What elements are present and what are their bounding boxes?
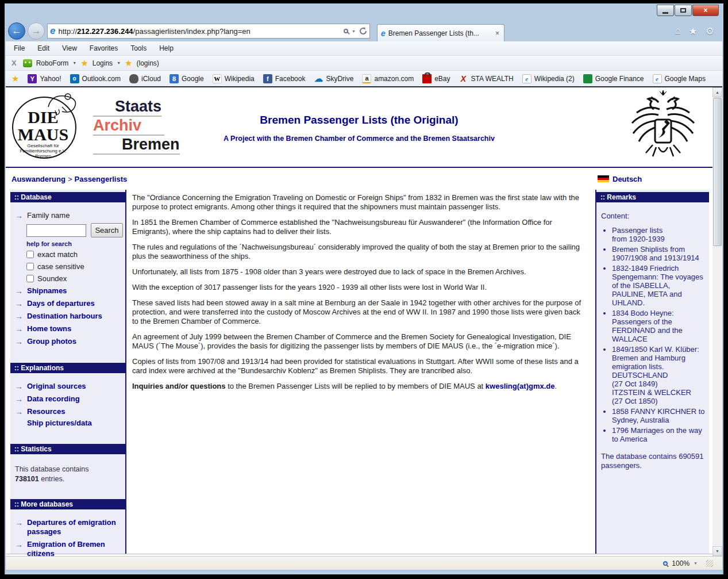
add-favorite-icon[interactable]: ★ bbox=[11, 74, 19, 84]
statistics-suffix: entries. bbox=[39, 475, 64, 483]
menu-favorites[interactable]: Favorites bbox=[90, 44, 118, 52]
help-for-search-link[interactable]: help for search bbox=[10, 239, 125, 248]
arrow-icon: → bbox=[15, 382, 23, 391]
refresh-icon[interactable] bbox=[359, 27, 367, 35]
amazon-icon: a bbox=[362, 74, 371, 83]
search-button[interactable]: Search bbox=[91, 223, 123, 237]
soundex-label: Soundex bbox=[37, 274, 67, 283]
sidebar-link-resources[interactable]: →Resources bbox=[10, 405, 125, 418]
paragraph: With the exception of 3017 passenger lis… bbox=[132, 283, 587, 292]
scroll-down-button[interactable]: ▼ bbox=[712, 546, 722, 556]
sidebar-link-label: Days of departures bbox=[27, 299, 95, 308]
scroll-up-button[interactable]: ▲ bbox=[712, 87, 722, 97]
tab-close-icon[interactable]: × bbox=[494, 29, 500, 37]
sidebar-link-days-of-departures[interactable]: →Days of departures bbox=[10, 297, 125, 310]
sidebar-link-original-sources[interactable]: →Original sources bbox=[10, 380, 125, 393]
remarks-item: 1834 Bodo Heyne: Passengers of the FERDI… bbox=[612, 309, 706, 343]
roboform-toolbar: X RoboForm ▼ ★ Logins ▼ ★ (logins) bbox=[6, 55, 722, 70]
arrow-icon: → bbox=[15, 299, 23, 308]
breadcrumb-passengerlists[interactable]: Passengerlists bbox=[75, 175, 128, 183]
favbar-item-icloud[interactable]: iCloud bbox=[129, 74, 161, 83]
minimize-icon bbox=[662, 12, 668, 14]
favbar-item-ebay[interactable]: eBay bbox=[422, 74, 450, 83]
sidebar-link-destination-harbours[interactable]: →Destination harbours bbox=[10, 310, 125, 323]
forward-button[interactable]: → bbox=[28, 22, 45, 40]
statistics-count: 738101 bbox=[15, 475, 39, 483]
gear-icon[interactable]: ⚙ bbox=[706, 25, 714, 37]
roboform-menu[interactable]: RoboForm bbox=[36, 59, 69, 67]
language-switch[interactable]: Deutsch bbox=[598, 175, 712, 183]
tab-bremen-passenger-lists[interactable]: e Bremen Passenger Lists (th... × bbox=[377, 24, 504, 41]
staatsarchiv-line3: Bremen bbox=[93, 136, 180, 155]
sidebar-link-data-recording[interactable]: →Data recording bbox=[10, 393, 125, 405]
menu-help[interactable]: Help bbox=[159, 44, 174, 52]
search-icon[interactable] bbox=[344, 29, 348, 33]
maximize-button[interactable] bbox=[675, 5, 692, 16]
die-maus-logo: DIE MAUS Gesellschaft für Familienforsch… bbox=[10, 90, 80, 164]
toolbar-close-icon[interactable]: X bbox=[11, 59, 17, 67]
tab-bar: e Bremen Passenger Lists (th... × bbox=[377, 21, 504, 41]
arrow-icon: → bbox=[15, 337, 23, 346]
zoom-dropdown-icon[interactable]: ▼ bbox=[694, 561, 698, 565]
menu-bar: File Edit View Favorites Tools Help bbox=[6, 41, 722, 55]
home-icon[interactable]: ⌂ bbox=[675, 25, 680, 37]
svg-text:Bremen: Bremen bbox=[35, 154, 51, 159]
favbar-item-google-finance[interactable]: Google Finance bbox=[583, 74, 644, 83]
arrow-icon: → bbox=[15, 407, 23, 416]
arrow-icon: → bbox=[15, 286, 23, 296]
sidebar-link-departures-of-emigration-passages[interactable]: →Departures of emigration passages bbox=[10, 516, 125, 538]
minimize-button[interactable] bbox=[657, 5, 674, 16]
logins-edit-menu[interactable]: (logins) bbox=[137, 59, 159, 67]
arrow-icon: → bbox=[15, 312, 23, 321]
favbar-item-facebook[interactable]: fFacebook bbox=[263, 74, 306, 83]
sidebar-link-ship-pictures-data[interactable]: Ship pictures/data bbox=[10, 418, 125, 429]
google-finance-icon bbox=[583, 74, 592, 83]
zoom-level[interactable]: 100% bbox=[672, 559, 690, 568]
breadcrumb-separator: > bbox=[68, 175, 72, 183]
section-header-statistics: :: Statistics bbox=[10, 444, 125, 454]
remarks-content-label: Content: bbox=[596, 209, 709, 226]
menu-view[interactable]: View bbox=[62, 44, 77, 52]
svg-text:Familienforschung e.V.: Familienforschung e.V. bbox=[20, 148, 66, 154]
title-bar[interactable]: × bbox=[6, 3, 722, 21]
vertical-scrollbar[interactable]: ▲ ▼ bbox=[712, 87, 722, 556]
address-bar[interactable]: e http://212.227.236.244/passagierlisten… bbox=[47, 24, 370, 39]
sidebar-link-shipnames[interactable]: →Shipnames bbox=[10, 285, 125, 297]
favbar-item-google-maps[interactable]: eGoogle Maps bbox=[653, 74, 706, 83]
remarks-item: Passenger lists from 1920-1939 bbox=[612, 226, 706, 243]
favbar-item-sta-wealth[interactable]: XSTA WEALTH bbox=[459, 74, 514, 83]
family-name-input[interactable] bbox=[26, 224, 86, 237]
menu-edit[interactable]: Edit bbox=[37, 44, 49, 52]
web-page: DIE MAUS Gesellschaft für Familienforsch… bbox=[6, 87, 712, 556]
roboform-dropdown-icon[interactable]: ▼ bbox=[72, 61, 76, 65]
logins-menu[interactable]: Logins bbox=[93, 59, 113, 67]
logins-dropdown-icon[interactable]: ▼ bbox=[117, 61, 121, 65]
menu-file[interactable]: File bbox=[14, 44, 25, 52]
favbar-item-wikipedia-2[interactable]: eWikipedia (2) bbox=[522, 74, 575, 83]
favbar-item-skydrive[interactable]: ☁SkyDrive bbox=[314, 74, 353, 83]
search-dropdown-icon[interactable]: ▼ bbox=[352, 29, 356, 33]
sidebar-link-group-photos[interactable]: →Group photos bbox=[10, 335, 125, 348]
back-button[interactable]: ← bbox=[8, 22, 25, 40]
favbar-item-google[interactable]: 8Google bbox=[170, 74, 204, 83]
favbar-item-outlook[interactable]: oOutlook.com bbox=[70, 74, 121, 83]
sidebar-link-home-towns[interactable]: →Home towns bbox=[10, 323, 125, 335]
menu-tools[interactable]: Tools bbox=[130, 44, 147, 52]
zoom-icon[interactable] bbox=[663, 561, 668, 566]
url-path: /passagierlisten/index.php?lang=en bbox=[133, 27, 251, 36]
favbar-item-wikipedia[interactable]: WWikipedia bbox=[213, 74, 255, 83]
favbar-item-amazon[interactable]: aamazon.com bbox=[362, 74, 414, 83]
exact-match-checkbox[interactable] bbox=[26, 251, 34, 258]
favorites-star-icon[interactable]: ★ bbox=[689, 25, 698, 37]
favbar-item-yahoo[interactable]: YYahoo! bbox=[28, 74, 61, 83]
case-sensitive-checkbox[interactable] bbox=[26, 263, 34, 270]
ie-icon: e bbox=[50, 25, 55, 37]
email-link[interactable]: kwesling(at)gmx.de bbox=[486, 382, 555, 390]
resize-grip[interactable] bbox=[706, 560, 713, 567]
soundex-checkbox[interactable] bbox=[26, 275, 34, 282]
scrollbar-thumb[interactable] bbox=[713, 98, 722, 246]
paragraph: In 1851 the Bremen Chamber of Commerce e… bbox=[132, 218, 587, 236]
breadcrumb-auswanderung[interactable]: Auswanderung bbox=[11, 175, 66, 183]
close-window-button[interactable]: × bbox=[692, 5, 719, 16]
url-text[interactable]: http://212.227.236.244/passagierlisten/i… bbox=[58, 27, 344, 36]
